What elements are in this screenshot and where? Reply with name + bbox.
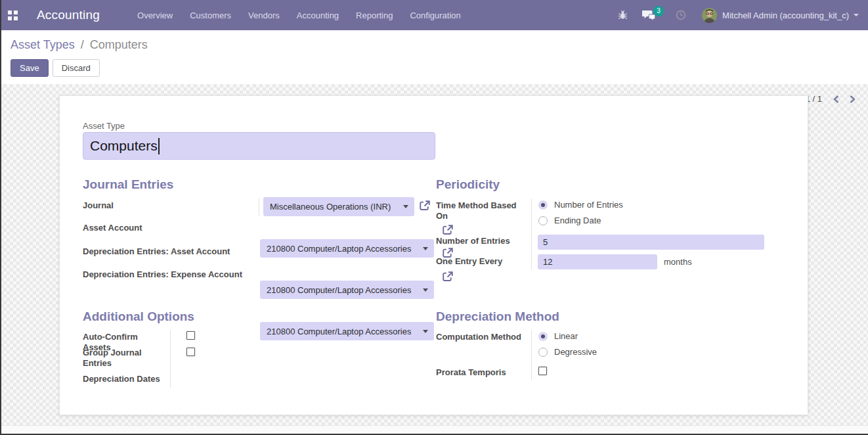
journal-external-link-icon[interactable] — [419, 200, 431, 212]
dropdown-caret-icon — [423, 247, 428, 250]
app-title[interactable]: Accounting — [37, 8, 100, 22]
group-journal-entries-checkbox[interactable] — [186, 348, 195, 356]
menu-overview[interactable]: Overview — [137, 11, 173, 20]
pager-next-icon[interactable] — [849, 95, 856, 104]
form-sheet: Asset Type Computers Journal Entries Jou… — [59, 95, 808, 415]
breadcrumb-asset-types[interactable]: Asset Types — [11, 38, 75, 51]
radio-degressive[interactable] — [538, 348, 548, 357]
asset-account-dropdown[interactable]: 210800 Computer/Laptop Accessories — [260, 239, 434, 258]
number-of-entries-label: Number of Entries — [436, 236, 510, 246]
one-entry-every-input[interactable] — [538, 254, 657, 269]
text-cursor — [158, 138, 160, 154]
depreciation-asset-account-dropdown[interactable]: 210800 Computer/Laptop Accessories — [260, 281, 434, 299]
radio-number-of-entries[interactable] — [538, 200, 548, 210]
depreciation-expense-account-label: Depreciation Entries: Expense Account — [83, 269, 242, 280]
window-left-edge — [0, 0, 1, 435]
dropdown-caret-icon — [423, 288, 428, 292]
asset-type-input[interactable]: Computers — [83, 132, 435, 160]
journal-dropdown[interactable]: Miscellaneous Operations (INR) — [263, 197, 414, 216]
main-menu: Overview Customers Vendors Accounting Re… — [137, 11, 461, 20]
control-panel: Asset Types / Computers Save Discard 1 /… — [0, 30, 868, 84]
asset-type-label: Asset Type — [83, 121, 125, 131]
user-menu-caret-icon[interactable] — [854, 14, 859, 16]
radio-linear[interactable] — [538, 332, 548, 341]
dropdown-caret-icon — [403, 205, 408, 208]
breadcrumb: Asset Types / Computers — [11, 38, 857, 52]
radio-ending-date[interactable] — [538, 216, 548, 225]
pager: 1 / 1 — [806, 94, 856, 104]
pager-previous-icon[interactable] — [833, 95, 840, 104]
section-additional-options: Additional Options — [83, 309, 194, 324]
section-depreciation-method: Depreciation Method — [436, 309, 559, 324]
group-journal-entries-label: Group Journal Entries — [83, 348, 148, 369]
asset-account-label: Asset Account — [83, 223, 142, 233]
depreciation-expense-external-link-icon[interactable] — [442, 271, 454, 283]
dropdown-caret-icon — [423, 330, 428, 333]
apps-menu-icon[interactable] — [8, 11, 18, 20]
discard-button[interactable]: Discard — [53, 59, 100, 77]
radio-linear-label[interactable]: Linear — [554, 331, 578, 341]
separator — [259, 198, 259, 216]
top-navbar: Accounting Overview Customers Vendors Ac… — [0, 0, 868, 30]
auto-confirm-assets-checkbox[interactable] — [186, 331, 195, 340]
menu-configuration[interactable]: Configuration — [410, 11, 460, 20]
radio-ending-date-label[interactable]: Ending Date — [554, 216, 601, 225]
debug-bug-icon[interactable] — [618, 10, 628, 20]
footer-strip — [0, 425, 868, 434]
menu-customers[interactable]: Customers — [190, 11, 231, 20]
depreciation-expense-account-dropdown[interactable]: 210800 Computer/Laptop Accessories — [260, 322, 434, 340]
save-button[interactable]: Save — [11, 59, 49, 77]
activities-clock-icon[interactable] — [676, 10, 686, 20]
separator — [531, 198, 532, 269]
separator — [170, 330, 171, 388]
months-unit-label: months — [664, 257, 692, 267]
depreciation-dates-label: Depreciation Dates — [83, 374, 160, 384]
messages-icon[interactable]: 3 — [642, 10, 656, 21]
separator — [531, 330, 532, 380]
form-view-background: Asset Type Computers Journal Entries Jou… — [0, 84, 868, 425]
breadcrumb-current: Computers — [90, 38, 148, 51]
depreciation-asset-account-label: Depreciation Entries: Asset Account — [83, 246, 230, 257]
user-avatar[interactable] — [702, 8, 717, 23]
section-journal-entries: Journal Entries — [83, 177, 173, 192]
menu-reporting[interactable]: Reporting — [356, 11, 393, 20]
prorata-temporis-checkbox[interactable] — [538, 367, 547, 375]
messages-count-badge: 3 — [653, 6, 664, 16]
computation-method-label: Computation Method — [436, 332, 525, 342]
radio-number-of-entries-label[interactable]: Number of Entries — [554, 200, 623, 210]
menu-vendors[interactable]: Vendors — [248, 11, 280, 20]
journal-label: Journal — [83, 200, 114, 211]
menu-accounting[interactable]: Accounting — [297, 11, 339, 20]
time-method-label: Time Method Based On — [436, 200, 517, 221]
number-of-entries-input[interactable] — [538, 235, 764, 250]
user-menu[interactable]: Mitchell Admin (accounting_kit_c) — [722, 11, 849, 20]
asset-account-external-link-icon[interactable] — [442, 224, 454, 236]
one-entry-every-label: One Entry Every — [436, 256, 502, 267]
section-periodicity: Periodicity — [436, 177, 500, 192]
prorata-temporis-label: Prorata Temporis — [436, 367, 506, 378]
breadcrumb-separator: / — [78, 38, 87, 51]
radio-degressive-label[interactable]: Degressive — [554, 347, 597, 357]
